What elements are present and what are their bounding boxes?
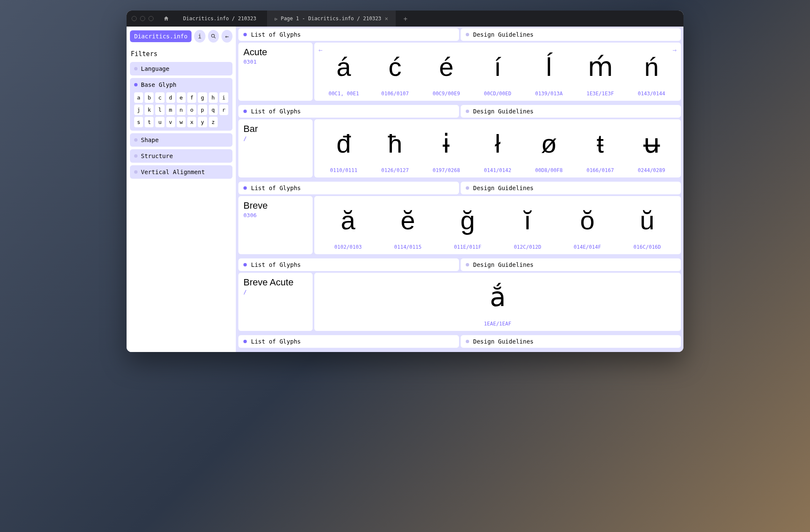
- glyph-cell[interactable]: h: [209, 92, 218, 103]
- close-window-button[interactable]: [132, 16, 137, 21]
- glyph-cell[interactable]: z: [209, 117, 218, 127]
- tab-active[interactable]: ▷ Page 1 - Diacritics.info / 210323 ×: [267, 11, 396, 27]
- glyph-cell[interactable]: f: [187, 92, 196, 103]
- diacritic-name: Bar: [243, 124, 308, 134]
- glyph-row: ắ1EAE/1EAF: [314, 273, 681, 331]
- dot-icon: [243, 33, 247, 36]
- glyph-cell[interactable]: y: [198, 117, 207, 127]
- glyph-cell[interactable]: a: [134, 92, 143, 103]
- diacritic-name: Breve Acute: [243, 277, 308, 288]
- glyph-cell[interactable]: v: [166, 117, 175, 127]
- glyph-char: ĭ: [500, 204, 555, 238]
- glyph-cell[interactable]: q: [209, 105, 218, 115]
- diacritic-label: Breve0306: [238, 196, 313, 254]
- glyph-unicode: 00C1, 00E1: [320, 91, 367, 97]
- glyph-cell[interactable]: u: [155, 117, 164, 127]
- maximize-window-button[interactable]: [148, 16, 154, 21]
- glyph-item[interactable]: đ0110/0111: [320, 123, 367, 173]
- diacritic-code: 0301: [243, 59, 308, 65]
- brand-badge[interactable]: Diacritics.info: [130, 30, 192, 42]
- filter-structure[interactable]: Structure: [130, 149, 232, 163]
- tab-list-of-glyphs[interactable]: List of Glyphs: [238, 335, 459, 348]
- tab-breadcrumb[interactable]: Diacritics.info / 210323: [176, 11, 264, 27]
- sidebar-header: Diacritics.info i ←: [130, 30, 232, 43]
- tab-label: Design Guidelines: [473, 108, 534, 115]
- glyph-item[interactable]: ł0141/0142: [474, 123, 521, 173]
- glyph-item[interactable]: ắ1EAE/1EAF: [320, 276, 675, 327]
- glyph-cell[interactable]: o: [187, 105, 196, 115]
- glyph-cell[interactable]: w: [177, 117, 186, 127]
- tab-list-of-glyphs[interactable]: List of Glyphs: [238, 258, 459, 271]
- tab-list-of-glyphs[interactable]: List of Glyphs: [238, 105, 459, 118]
- glyph-item[interactable]: ḿ1E3E/1E3F: [577, 46, 624, 97]
- diacritic-code: /: [243, 135, 308, 142]
- glyph-item[interactable]: ć0106/0107: [372, 46, 419, 97]
- glyph-cell[interactable]: e: [177, 92, 186, 103]
- glyph-cell[interactable]: n: [177, 105, 186, 115]
- glyph-cell[interactable]: s: [134, 117, 143, 127]
- glyph-unicode: 0102/0103: [320, 244, 376, 250]
- prev-arrow-icon[interactable]: ←: [319, 46, 323, 54]
- glyph-item[interactable]: ʉ0244/0289: [628, 123, 675, 173]
- glyph-item[interactable]: í00CD/00ED: [474, 46, 521, 97]
- glyph-unicode: 0106/0107: [372, 91, 419, 97]
- svg-line-1: [214, 37, 215, 38]
- tab-list-of-glyphs[interactable]: List of Glyphs: [238, 182, 459, 194]
- glyph-cell[interactable]: r: [219, 105, 228, 115]
- minimize-window-button[interactable]: [140, 16, 145, 21]
- glyph-item[interactable]: ń0143/0144: [628, 46, 675, 97]
- glyph-cell[interactable]: x: [187, 117, 196, 127]
- next-arrow-icon[interactable]: →: [672, 46, 677, 54]
- tab-label: List of Glyphs: [251, 338, 301, 345]
- glyph-unicode: 1E3E/1E3F: [577, 91, 624, 97]
- glyph-cell[interactable]: c: [155, 92, 164, 103]
- filter-shape[interactable]: Shape: [130, 133, 232, 147]
- glyph-cell[interactable]: t: [145, 117, 154, 127]
- glyph-item[interactable]: ă0102/0103: [320, 199, 376, 250]
- glyph-item[interactable]: ĭ012C/012D: [500, 199, 555, 250]
- tab-design-guidelines[interactable]: Design Guidelines: [461, 105, 681, 118]
- diacritic-code: 0306: [243, 212, 308, 218]
- back-button[interactable]: ←: [221, 30, 232, 43]
- glyph-item[interactable]: ĕ0114/0115: [380, 199, 436, 250]
- glyph-item[interactable]: á00C1, 00E1: [320, 46, 367, 97]
- filter-language[interactable]: Language: [130, 62, 232, 75]
- new-tab-button[interactable]: +: [399, 15, 412, 23]
- glyph-item[interactable]: ħ0126/0127: [372, 123, 419, 173]
- filter-vertical-alignment[interactable]: Vertical Alignment: [130, 165, 232, 179]
- diacritic-label: Breve Acute/: [238, 273, 313, 331]
- glyph-item[interactable]: ø00D8/00F8: [525, 123, 572, 173]
- glyph-item[interactable]: ĺ0139/013A: [525, 46, 572, 97]
- home-button[interactable]: [160, 13, 172, 24]
- tab-design-guidelines[interactable]: Design Guidelines: [461, 28, 681, 41]
- main-content: List of GlyphsDesign GuidelinesAcute0301…: [236, 27, 683, 352]
- glyph-char: ĕ: [380, 204, 436, 238]
- glyph-cell[interactable]: b: [145, 92, 154, 103]
- glyph-cell[interactable]: g: [198, 92, 207, 103]
- glyph-cell[interactable]: p: [198, 105, 207, 115]
- glyph-cell[interactable]: m: [166, 105, 175, 115]
- glyph-cell[interactable]: i: [219, 92, 228, 103]
- glyph-item[interactable]: ɨ0197/0268: [423, 123, 470, 173]
- glyph-item[interactable]: ğ011E/011F: [440, 199, 496, 250]
- glyph-item[interactable]: ŧ0166/0167: [577, 123, 624, 173]
- diacritic-label: Bar/: [238, 119, 313, 177]
- glyph-cell[interactable]: l: [155, 105, 164, 115]
- glyph-cell[interactable]: k: [145, 105, 154, 115]
- glyph-item[interactable]: é00C9/00E9: [423, 46, 470, 97]
- close-tab-icon[interactable]: ×: [385, 15, 388, 22]
- tab-design-guidelines[interactable]: Design Guidelines: [461, 182, 681, 194]
- glyph-item[interactable]: ŭ016C/016D: [619, 199, 675, 250]
- info-button[interactable]: i: [194, 30, 205, 43]
- tab-design-guidelines[interactable]: Design Guidelines: [461, 258, 681, 271]
- glyph-char: ń: [628, 50, 675, 84]
- filter-base-glyph[interactable]: Base Glyph abcdefghijklmnopqrstuvwxyz: [130, 78, 232, 131]
- glyph-cell[interactable]: j: [134, 105, 143, 115]
- tab-list-of-glyphs[interactable]: List of Glyphs: [238, 28, 459, 41]
- diacritic-name: Acute: [243, 47, 308, 58]
- glyph-item[interactable]: ŏ014E/014F: [559, 199, 615, 250]
- glyph-cell[interactable]: d: [166, 92, 175, 103]
- search-button[interactable]: [208, 30, 219, 43]
- tab-design-guidelines[interactable]: Design Guidelines: [461, 335, 681, 348]
- glyph-char: ħ: [372, 127, 419, 161]
